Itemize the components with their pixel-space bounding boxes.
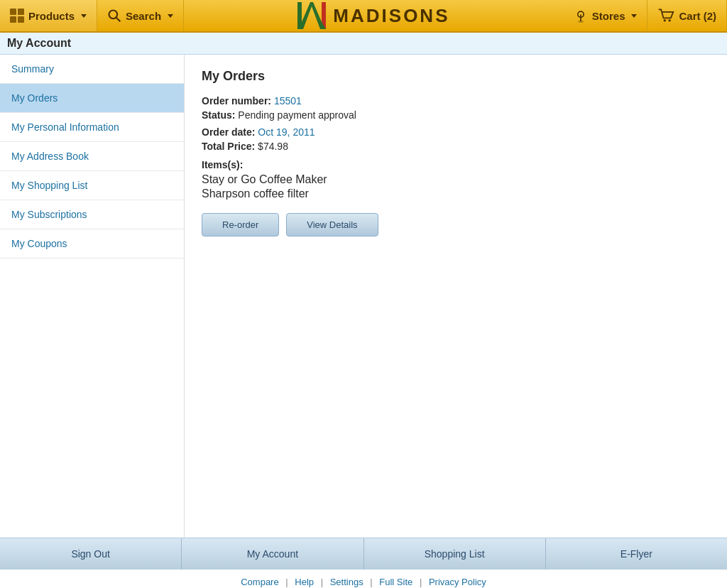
sidebar-item-summary[interactable]: Summary bbox=[0, 55, 184, 84]
svg-point-7 bbox=[578, 21, 584, 23]
order-price-value: $74.98 bbox=[258, 141, 288, 152]
compare-link[interactable]: Compare bbox=[241, 577, 278, 587]
logo-text: MADISONS bbox=[333, 5, 449, 27]
order-number-value: 15501 bbox=[274, 95, 302, 107]
separator-4: | bbox=[420, 577, 425, 587]
stores-button[interactable]: Stores bbox=[564, 0, 648, 31]
sign-out-button[interactable]: Sign Out bbox=[0, 538, 182, 570]
reorder-button[interactable]: Re-order bbox=[202, 213, 279, 236]
e-flyer-button[interactable]: E-Flyer bbox=[546, 538, 727, 570]
shopping-list-button[interactable]: Shopping List bbox=[364, 538, 546, 570]
sidebar-item-my-personal-information[interactable]: My Personal Information bbox=[0, 113, 184, 142]
order-date-value: Oct 19, 2011 bbox=[258, 126, 315, 138]
order-status-row: Status: Pending payment approval bbox=[202, 109, 710, 121]
my-account-title: My Account bbox=[7, 37, 71, 49]
sidebar-item-my-address-book[interactable]: My Address Book bbox=[0, 142, 184, 171]
stores-chevron-icon bbox=[631, 14, 637, 18]
content-area: My Orders Order number: 15501 Status: Pe… bbox=[185, 55, 727, 538]
svg-point-0 bbox=[109, 11, 118, 19]
products-chevron-icon bbox=[81, 14, 87, 18]
full-site-link[interactable]: Full Site bbox=[379, 577, 412, 587]
stores-icon bbox=[574, 9, 588, 23]
settings-link[interactable]: Settings bbox=[330, 577, 364, 587]
help-link[interactable]: Help bbox=[295, 577, 314, 587]
stores-label: Stores bbox=[592, 10, 625, 22]
order-number-label: Order number: bbox=[202, 95, 271, 107]
view-details-button[interactable]: View Details bbox=[286, 213, 378, 236]
order-price-row: Total Price: $74.98 bbox=[202, 141, 710, 152]
search-button[interactable]: Search bbox=[97, 0, 184, 31]
sidebar-item-my-coupons[interactable]: My Coupons bbox=[0, 229, 184, 258]
products-grid-icon bbox=[10, 9, 24, 23]
order-date-row: Order date: Oct 19, 2011 bbox=[202, 126, 710, 138]
cart-label: Cart (2) bbox=[679, 10, 716, 22]
item-2: Sharpson coffee filter bbox=[202, 187, 710, 200]
sidebar-item-my-orders[interactable]: My Orders bbox=[0, 84, 184, 113]
order-status-value: Pending payment approval bbox=[238, 109, 356, 121]
products-button[interactable]: Products bbox=[0, 0, 97, 31]
footer-buttons: Sign Out My Account Shopping List E-Flye… bbox=[0, 538, 727, 570]
main-layout: Summary My Orders My Personal Informatio… bbox=[0, 55, 727, 538]
items-label: Items(s): bbox=[202, 159, 710, 170]
products-label: Products bbox=[28, 10, 75, 22]
header: Products Search MADISONS Stores bbox=[0, 0, 727, 33]
order-date-label: Order date: bbox=[202, 126, 255, 138]
logo-icon bbox=[297, 2, 326, 29]
separator-3: | bbox=[370, 577, 375, 587]
cart-button[interactable]: Cart (2) bbox=[647, 0, 727, 31]
sidebar: Summary My Orders My Personal Informatio… bbox=[0, 55, 185, 538]
header-logo: MADISONS bbox=[184, 2, 564, 29]
my-account-button[interactable]: My Account bbox=[182, 538, 364, 570]
search-label: Search bbox=[126, 10, 161, 22]
svg-point-9 bbox=[669, 19, 671, 21]
sidebar-item-my-subscriptions[interactable]: My Subscriptions bbox=[0, 200, 184, 229]
separator-2: | bbox=[321, 577, 326, 587]
order-number-row: Order number: 15501 bbox=[202, 95, 710, 107]
order-status-label: Status: bbox=[202, 109, 235, 121]
privacy-policy-link[interactable]: Privacy Policy bbox=[429, 577, 486, 587]
svg-point-8 bbox=[664, 19, 666, 21]
cart-icon bbox=[657, 8, 674, 23]
footer-links: Compare | Help | Settings | Full Site | … bbox=[0, 570, 727, 588]
separator-1: | bbox=[285, 577, 290, 587]
subheader: My Account bbox=[0, 33, 727, 55]
sidebar-item-my-shopping-list[interactable]: My Shopping List bbox=[0, 171, 184, 200]
order-buttons: Re-order View Details bbox=[202, 213, 710, 236]
header-right: Stores Cart (2) bbox=[564, 0, 727, 31]
search-icon bbox=[107, 9, 121, 23]
search-chevron-icon bbox=[168, 14, 173, 18]
order-price-label: Total Price: bbox=[202, 141, 255, 152]
content-title: My Orders bbox=[202, 69, 710, 84]
svg-line-1 bbox=[116, 18, 120, 21]
item-1: Stay or Go Coffee Maker bbox=[202, 173, 710, 186]
